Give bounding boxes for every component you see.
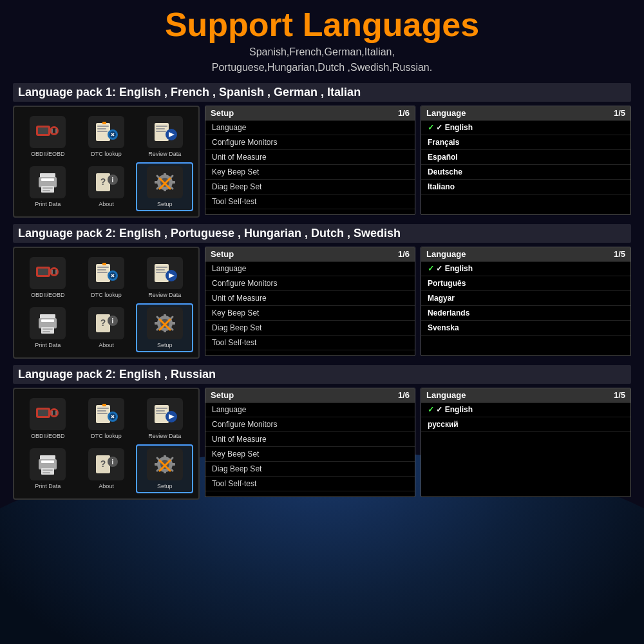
lang-title: Language [426, 249, 466, 259]
svg-rect-8 [97, 128, 106, 129]
icon-label-dtc: DTC lookup [91, 433, 122, 439]
icon-setup-2[interactable]: Setup [136, 303, 193, 352]
device-panel-1: OBDII/EOBD DTC lookup Review Data Print … [13, 106, 200, 218]
svg-rect-100 [102, 404, 106, 406]
icon-review-1[interactable]: Review Data [136, 112, 193, 161]
setup-panel-3: Setup1/6LanguageConfigure MonitorsUnit o… [205, 388, 415, 497]
svg-rect-36 [171, 181, 175, 184]
svg-rect-77 [164, 328, 166, 332]
setup-panel-1: Setup1/6LanguageConfigure MonitorsUnit o… [205, 106, 415, 215]
svg-rect-57 [102, 263, 106, 265]
svg-text:?: ? [100, 459, 106, 469]
setup-item-3[interactable]: Key Beep Set [205, 165, 415, 180]
svg-rect-109 [41, 460, 54, 463]
svg-rect-9 [97, 131, 108, 132]
icon-box-dtc [88, 257, 124, 289]
svg-text:i: i [112, 317, 114, 325]
svg-rect-111 [43, 469, 53, 471]
setup-item-1[interactable]: Configure Monitors [205, 135, 415, 150]
setup-item-0[interactable]: Language [205, 261, 415, 276]
icon-print-2[interactable]: Print Data [19, 303, 77, 352]
lang-item-2[interactable]: Español [421, 150, 630, 165]
icon-label-about: About [99, 342, 114, 348]
lang-item-0[interactable]: ✓ English [421, 402, 630, 417]
main-title: Support Languages [13, 6, 631, 43]
svg-rect-18 [156, 131, 166, 132]
svg-rect-26 [43, 190, 50, 191]
lang-header-1: Language1/5 [421, 106, 630, 120]
icon-label-review: Review Data [148, 292, 181, 298]
lang-item-0[interactable]: ✓ English [421, 261, 630, 276]
svg-rect-25 [43, 187, 53, 189]
svg-rect-69 [43, 331, 50, 332]
icon-box-review [147, 398, 183, 430]
setup-item-4[interactable]: Diag Beep Set [205, 462, 415, 477]
icon-box-obdii [30, 398, 66, 430]
svg-rect-52 [97, 272, 108, 273]
icon-label-print: Print Data [35, 201, 61, 207]
icon-print-3[interactable]: Print Data [19, 444, 77, 493]
icon-about-2[interactable]: ? i About [78, 303, 135, 352]
setup-item-1[interactable]: Configure Monitors [205, 417, 415, 432]
icon-about-3[interactable]: ? i About [78, 444, 135, 493]
svg-rect-122 [171, 463, 175, 466]
icon-print-1[interactable]: Print Data [19, 162, 77, 211]
icon-review-2[interactable]: Review Data [136, 253, 193, 302]
icon-box-print [30, 307, 66, 339]
icon-box-setup [147, 307, 183, 339]
setup-item-3[interactable]: Key Beep Set [205, 447, 415, 462]
icon-setup-3[interactable]: Setup [136, 444, 193, 493]
setup-item-1[interactable]: Configure Monitors [205, 276, 415, 291]
icon-dtc-2[interactable]: DTC lookup [78, 253, 135, 302]
icon-obdii-3[interactable]: OBDII/EOBD [19, 394, 77, 443]
pack-row-1: OBDII/EOBD DTC lookup Review Data Print … [13, 106, 631, 218]
setup-item-2[interactable]: Unit of Measure [205, 432, 415, 447]
setup-item-2[interactable]: Unit of Measure [205, 291, 415, 306]
icon-setup-1[interactable]: Setup [136, 162, 193, 211]
setup-item-5[interactable]: Tool Self-test [205, 194, 415, 209]
lang-item-4[interactable]: Italiano [421, 180, 630, 194]
setup-header-1: Setup1/6 [205, 106, 415, 120]
lang-item-0[interactable]: ✓ English [421, 120, 630, 135]
svg-rect-7 [97, 126, 109, 127]
icon-obdii-1[interactable]: OBDII/EOBD [19, 112, 77, 161]
icon-label-print: Print Data [35, 483, 61, 489]
setup-item-5[interactable]: Tool Self-test [205, 336, 415, 350]
icon-box-about: ? i [88, 307, 124, 339]
lang-page: 1/5 [614, 108, 625, 118]
setup-item-0[interactable]: Language [205, 120, 415, 135]
setup-title: Setup [211, 249, 234, 259]
svg-text:i: i [112, 176, 114, 184]
icon-label-obdii: OBDII/EOBD [31, 151, 65, 157]
lang-item-3[interactable]: Deutsche [421, 165, 630, 180]
setup-header-3: Setup1/6 [205, 388, 415, 402]
icon-box-setup [147, 448, 183, 480]
svg-rect-110 [41, 468, 54, 475]
svg-rect-79 [171, 322, 175, 325]
icon-dtc-1[interactable]: DTC lookup [78, 112, 135, 161]
icon-box-setup [147, 166, 183, 198]
setup-item-5[interactable]: Tool Self-test [205, 477, 415, 491]
setup-item-3[interactable]: Key Beep Set [205, 306, 415, 321]
svg-rect-78 [155, 322, 158, 325]
icon-about-1[interactable]: ? i About [78, 162, 135, 211]
setup-item-0[interactable]: Language [205, 402, 415, 417]
icon-label-dtc: DTC lookup [91, 151, 122, 157]
lang-item-4[interactable]: Svenska [421, 321, 630, 336]
lang-item-1[interactable]: Português [421, 276, 630, 291]
svg-rect-61 [156, 272, 166, 273]
lang-item-1[interactable]: русский [421, 417, 630, 432]
setup-item-4[interactable]: Diag Beep Set [205, 321, 415, 336]
icon-review-3[interactable]: Review Data [136, 394, 193, 443]
lang-item-2[interactable]: Magyar [421, 291, 630, 306]
lang-item-3[interactable]: Nederlands [421, 306, 630, 321]
setup-item-4[interactable]: Diag Beep Set [205, 180, 415, 194]
svg-rect-51 [97, 269, 106, 270]
svg-rect-35 [155, 181, 158, 184]
icon-dtc-3[interactable]: DTC lookup [78, 394, 135, 443]
icon-obdii-2[interactable]: OBDII/EOBD [19, 253, 77, 302]
setup-item-2[interactable]: Unit of Measure [205, 150, 415, 165]
svg-rect-34 [164, 187, 166, 191]
lang-item-1[interactable]: Français [421, 135, 630, 150]
svg-rect-119 [164, 455, 166, 459]
